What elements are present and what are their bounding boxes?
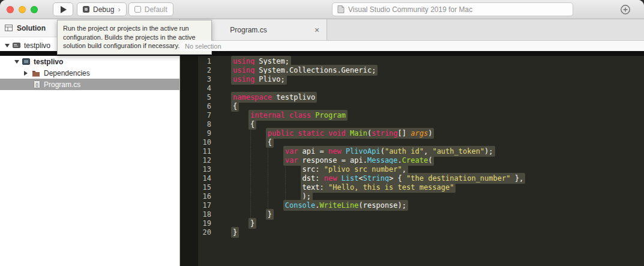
update-icon[interactable] xyxy=(620,4,631,15)
solution-pad-title: Solution xyxy=(17,24,46,32)
editor-region: Program.cs × No selection 1using System;… xyxy=(180,19,644,266)
close-icon[interactable]: × xyxy=(312,25,322,35)
sidebar-item-label: Dependencies xyxy=(44,69,90,77)
window-title-field[interactable]: Visual Studio Community 2019 for Mac xyxy=(332,2,573,16)
line-number: 13 xyxy=(180,165,211,174)
play-icon xyxy=(61,6,67,13)
indent-guide xyxy=(268,192,268,201)
traffic-lights xyxy=(7,6,38,13)
line-number: 1 xyxy=(180,57,211,66)
breadcrumb: No selection xyxy=(180,41,644,51)
sidebar-item-dependencies[interactable]: Dependencies xyxy=(0,67,179,79)
solution-icon xyxy=(13,41,20,49)
line-number: 11 xyxy=(180,147,211,156)
sidebar-item-project-testplivo[interactable]: testplivo xyxy=(0,56,179,67)
vs-mac-window: Debug › Default Visual Studio Community … xyxy=(0,0,644,266)
indent-guide xyxy=(268,147,268,156)
line-number: 19 xyxy=(180,219,211,228)
sidebar-item-label: testplivo xyxy=(34,58,63,66)
chevron-right-icon: › xyxy=(118,5,120,13)
configuration-selector: Debug › Default xyxy=(77,2,173,16)
chevron-down-icon[interactable] xyxy=(14,60,22,64)
default-device-icon xyxy=(134,6,141,13)
line-number: 9 xyxy=(180,129,211,138)
indent-guide xyxy=(285,174,286,183)
indent-guide xyxy=(250,165,251,174)
indent-guide xyxy=(268,165,268,174)
line-number: 2 xyxy=(180,66,211,75)
code-line: 3using Plivo; xyxy=(180,75,644,84)
line-number: 7 xyxy=(180,111,211,120)
code-line: 17 Console.WriteLine(response); xyxy=(180,201,644,210)
indent-guide xyxy=(285,165,286,174)
sidebar-item-label: testplivo xyxy=(24,41,50,50)
traffic-zoom[interactable] xyxy=(31,6,38,13)
line-number: 16 xyxy=(180,192,211,201)
indent-guide xyxy=(250,192,251,201)
solution-pad-icon xyxy=(5,24,13,32)
indent-guide xyxy=(250,201,251,210)
breadcrumb-text: No selection xyxy=(185,43,221,50)
chevron-right-icon[interactable] xyxy=(24,71,32,76)
titlebar: Debug › Default Visual Studio Community … xyxy=(0,0,644,19)
svg-text:{}: {} xyxy=(35,82,38,87)
line-number: 18 xyxy=(180,210,211,219)
line-number: 15 xyxy=(180,183,211,192)
line-number: 4 xyxy=(180,84,211,93)
code-line: 16 ); xyxy=(180,192,644,201)
tabstrip: Program.cs × xyxy=(180,19,644,41)
debug-config-button[interactable]: Debug › xyxy=(77,2,127,16)
code-line: 5namespace testplivo xyxy=(180,93,644,102)
line-number: 3 xyxy=(180,75,211,84)
run-button[interactable] xyxy=(53,2,73,16)
line-number: 8 xyxy=(180,120,211,129)
csharp-file-icon: {} xyxy=(34,80,40,88)
chevron-down-icon[interactable] xyxy=(5,44,13,47)
code-lines: 1using System;2using System.Collections.… xyxy=(180,56,644,237)
indent-guide xyxy=(285,183,286,192)
traffic-minimize[interactable] xyxy=(19,6,26,13)
debug-config-icon xyxy=(83,6,89,13)
line-number: 20 xyxy=(180,228,211,237)
indent-guide xyxy=(268,156,268,165)
sidebar-item-label: Program.cs xyxy=(44,80,80,89)
indent-guide xyxy=(250,138,251,147)
code-line: 15 text: "Hello, this is test message" xyxy=(180,183,644,192)
line-number: 10 xyxy=(180,138,211,147)
indent-guide xyxy=(250,183,251,192)
project-icon xyxy=(22,58,30,65)
line-number: 17 xyxy=(180,201,211,210)
dependencies-folder-icon xyxy=(32,70,40,77)
code-line: 19 } xyxy=(180,219,644,228)
indent-guide xyxy=(268,174,268,183)
indent-guide xyxy=(250,147,251,156)
line-number: 6 xyxy=(180,102,211,111)
default-device-label: Default xyxy=(145,5,167,14)
traffic-close[interactable] xyxy=(7,6,14,13)
solution-pad: Solution testplivo testplivo xyxy=(0,19,180,266)
code-line: 20} xyxy=(180,228,644,237)
code-line: 9 public static void Main(string[] args) xyxy=(180,129,644,138)
vs-document-icon xyxy=(337,5,345,13)
window-title-text: Visual Studio Community 2019 for Mac xyxy=(348,5,472,14)
line-number: 5 xyxy=(180,93,211,102)
line-number: 14 xyxy=(180,174,211,183)
sidebar-item-program-cs[interactable]: {} Program.cs xyxy=(0,79,179,90)
indent-guide xyxy=(268,183,268,192)
indent-guide xyxy=(250,174,251,183)
debug-config-label: Debug xyxy=(93,5,114,14)
run-button-tooltip-text: Run the project or projects in the activ… xyxy=(63,25,196,49)
indent-guide xyxy=(250,156,251,165)
default-device-button[interactable]: Default xyxy=(128,2,173,16)
line-number: 12 xyxy=(180,156,211,165)
code-editor[interactable]: 1using System;2using System.Collections.… xyxy=(180,56,644,266)
indent-guide xyxy=(250,129,251,138)
code-line: 12 var response = api.Message.Create( xyxy=(180,156,644,165)
